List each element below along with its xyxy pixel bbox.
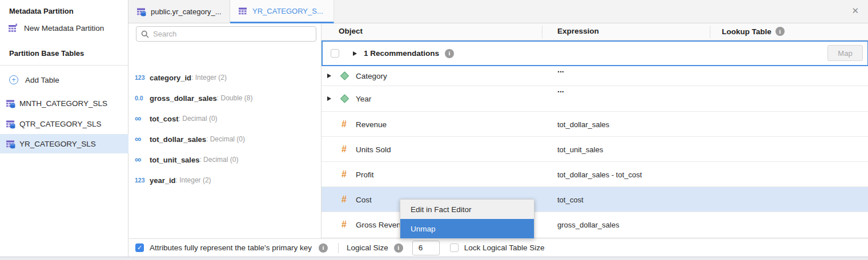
menu-item-edit-in-fact-editor[interactable]: Edit in Fact Editor bbox=[400, 200, 534, 219]
fact-hash-icon: # bbox=[341, 144, 347, 155]
recommendations-row[interactable]: 1 Recommendations i Map bbox=[322, 40, 868, 66]
sidebar: Metadata Partition New Metadata Partitio… bbox=[0, 0, 128, 257]
expression-value: gross_dollar_sales bbox=[557, 221, 619, 229]
column-header-object: Object bbox=[339, 27, 363, 35]
checkmark-icon: ✓ bbox=[137, 244, 142, 251]
recommendations-label: 1 Recommendations bbox=[364, 49, 439, 58]
column-item-tot-cost[interactable]: ∞ tot_cost Decimal (0) bbox=[129, 108, 321, 129]
link-type-icon: ∞ bbox=[135, 136, 150, 142]
column-item-gross-dollar-sales[interactable]: 0.0 gross_dollar_sales Double (8) bbox=[129, 88, 321, 108]
bottom-edge-strip bbox=[0, 257, 868, 260]
add-table-button[interactable]: + Add Table bbox=[0, 72, 128, 87]
integer-type-icon: 123 bbox=[135, 74, 150, 81]
recommendations-info-icon[interactable]: i bbox=[445, 49, 454, 58]
expression-value: tot_dollar_sales bbox=[557, 120, 609, 128]
column-type: Integer (2) bbox=[191, 74, 227, 82]
table-name: QTR_CATEGORY_SLS bbox=[19, 120, 102, 128]
table-grid-icon bbox=[238, 6, 248, 16]
object-name: Units Sold bbox=[356, 145, 391, 153]
link-type-icon: ∞ bbox=[135, 157, 150, 162]
column-item-year-id[interactable]: 123 year_id Integer (2) bbox=[129, 170, 321, 190]
column-type: Double (8) bbox=[217, 94, 253, 102]
table-db-icon bbox=[136, 7, 146, 17]
tab-label: public.yr_category_... bbox=[151, 7, 222, 16]
new-metadata-partition-button[interactable]: New Metadata Partition bbox=[0, 21, 128, 35]
object-name: Profit bbox=[356, 170, 374, 178]
table-db-icon bbox=[6, 119, 15, 129]
expression-value: tot_unit_sales bbox=[557, 145, 603, 153]
row-profit[interactable]: # Profit tot_dollar_sales - tot_cost bbox=[322, 162, 868, 187]
footer-divider bbox=[338, 243, 339, 253]
expand-chevron-icon[interactable] bbox=[327, 96, 331, 101]
column-name: tot_unit_sales bbox=[150, 156, 199, 164]
footer-bar: ✓ Attributes fully represent the table's… bbox=[129, 238, 868, 257]
header-divider bbox=[710, 26, 710, 38]
row-year[interactable]: Year ... bbox=[322, 86, 868, 112]
expression-value: tot_dollar_sales - tot_cost bbox=[557, 170, 642, 178]
column-item-tot-unit-sales[interactable]: ∞ tot_unit_sales Decimal (0) bbox=[129, 149, 321, 170]
column-type: Decimal (0) bbox=[206, 135, 245, 143]
search-box[interactable] bbox=[136, 26, 316, 42]
close-icon[interactable]: ✕ bbox=[851, 6, 859, 16]
search-icon bbox=[141, 30, 149, 38]
sidebar-item-mnth-category-sls[interactable]: MNTH_CATEGORY_SLS bbox=[0, 94, 128, 113]
object-name: Category bbox=[356, 72, 387, 80]
primary-key-label: Attributes fully represent the table's p… bbox=[150, 243, 312, 252]
table-db-icon bbox=[6, 99, 15, 108]
object-name: Revenue bbox=[356, 120, 387, 128]
table-name: MNTH_CATEGORY_SLS bbox=[19, 99, 107, 108]
expression-value: tot_cost bbox=[557, 195, 584, 204]
column-name: gross_dollar_sales bbox=[150, 94, 217, 103]
double-type-icon: 0.0 bbox=[135, 95, 150, 101]
row-revenue[interactable]: # Revenue tot_dollar_sales bbox=[322, 112, 868, 137]
expression-ellipsis: ... bbox=[557, 85, 564, 94]
column-item-category-id[interactable]: 123 category_id Integer (2) bbox=[129, 67, 321, 88]
expand-chevron-icon[interactable] bbox=[327, 74, 331, 78]
table-header-row: Object Expression Lookup Table i bbox=[322, 23, 868, 40]
tab-public-yr-category[interactable]: public.yr_category_... bbox=[128, 0, 230, 23]
add-plus-icon: + bbox=[9, 75, 18, 84]
fact-hash-icon: # bbox=[341, 194, 347, 205]
map-button[interactable]: Map bbox=[827, 45, 863, 61]
object-name: Cost bbox=[356, 195, 372, 204]
row-units-sold[interactable]: # Units Sold tot_unit_sales bbox=[322, 137, 868, 162]
sidebar-item-yr-category-sls[interactable]: YR_CATEGORY_SLS bbox=[0, 134, 128, 153]
header-divider bbox=[542, 26, 542, 38]
partition-base-tables-title: Partition Base Tables bbox=[9, 49, 84, 58]
logical-size-label: Logical Size bbox=[347, 243, 388, 252]
tab-label: YR_CATEGORY_S... bbox=[252, 7, 323, 15]
search-input[interactable] bbox=[153, 30, 302, 38]
fact-hash-icon: # bbox=[341, 169, 347, 180]
attribute-diamond-icon bbox=[340, 71, 349, 80]
tab-yr-category-sls-active[interactable]: YR_CATEGORY_S... bbox=[230, 0, 334, 23]
primary-key-checkbox[interactable]: ✓ bbox=[135, 243, 144, 252]
logical-size-info-icon[interactable]: i bbox=[394, 243, 403, 253]
link-type-icon: ∞ bbox=[135, 116, 150, 121]
sidebar-item-qtr-category-sls[interactable]: QTR_CATEGORY_SLS bbox=[0, 114, 128, 133]
row-category[interactable]: Category ... bbox=[322, 66, 868, 86]
new-partition-table-icon bbox=[8, 23, 18, 33]
columns-panel: 123 category_id Integer (2) 0.0 gross_do… bbox=[129, 23, 321, 238]
expand-chevron-icon[interactable] bbox=[353, 51, 357, 56]
column-type: Decimal (0) bbox=[199, 156, 238, 164]
tab-bar: public.yr_category_... YR_CATEGORY_S... … bbox=[128, 0, 868, 23]
recommendations-checkbox[interactable] bbox=[331, 49, 339, 58]
fact-hash-icon: # bbox=[341, 220, 347, 230]
logical-size-input[interactable] bbox=[412, 241, 440, 255]
lookup-table-info-icon[interactable]: i bbox=[775, 27, 785, 36]
metadata-partition-title: Metadata Partition bbox=[9, 7, 74, 15]
context-menu: Edit in Fact Editor Unmap bbox=[400, 199, 535, 239]
column-type: Decimal (0) bbox=[179, 115, 218, 123]
attribute-diamond-icon bbox=[340, 94, 349, 103]
column-name: tot_cost bbox=[150, 115, 179, 123]
column-item-tot-dollar-sales[interactable]: ∞ tot_dollar_sales Decimal (0) bbox=[129, 129, 321, 149]
primary-key-info-icon[interactable]: i bbox=[319, 243, 328, 253]
column-header-expression: Expression bbox=[557, 27, 599, 35]
menu-item-unmap[interactable]: Unmap bbox=[400, 219, 534, 238]
column-name: year_id bbox=[150, 176, 176, 185]
lock-logical-size-checkbox[interactable] bbox=[450, 243, 459, 252]
fact-hash-icon: # bbox=[341, 119, 347, 129]
new-metadata-partition-label: New Metadata Partition bbox=[24, 24, 104, 32]
table-name: YR_CATEGORY_SLS bbox=[19, 140, 96, 148]
column-type: Integer (2) bbox=[176, 176, 211, 184]
